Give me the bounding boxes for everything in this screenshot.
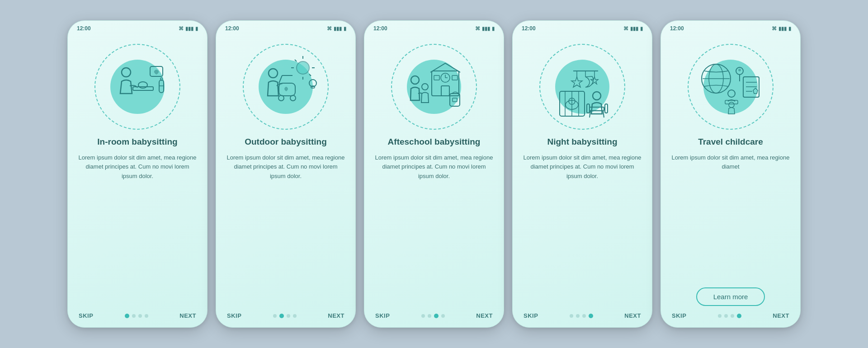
svg-marker-36 (591, 77, 598, 84)
svg-point-16 (278, 95, 284, 101)
phone-content-1: In-room babysitting Lorem ipsum dolor si… (68, 136, 207, 308)
phone-night: 12:00 ⌘ ▮▮▮ ▮ (512, 20, 652, 328)
status-bar-2: 12:00 ⌘ ▮▮▮ ▮ (216, 21, 355, 33)
illustration-afterschool (384, 37, 484, 136)
svg-point-27 (411, 76, 419, 84)
bottom-nav-3: SKIP NEXT (364, 308, 504, 327)
time-2: 12:00 (225, 25, 239, 32)
svg-rect-41 (587, 104, 590, 113)
phone-content-2: Outdoor babysitting Lorem ipsum dolor si… (216, 136, 355, 308)
svg-point-58 (728, 90, 735, 97)
bottom-nav-2: SKIP NEXT (216, 308, 355, 327)
title-3: Afteschool babysitting (388, 136, 481, 148)
phone-travel: 12:00 ⌘ ▮▮▮ ▮ (660, 20, 801, 328)
dots-5 (718, 314, 741, 318)
inroom-svg (101, 51, 174, 123)
bottom-nav-1: SKIP NEXT (68, 308, 207, 327)
svg-point-53 (738, 69, 741, 71)
next-2[interactable]: NEXT (328, 312, 344, 319)
battery-icon: ▮ (195, 26, 198, 32)
dot-2-1 (279, 314, 284, 318)
title-4: Night babysitting (547, 136, 617, 148)
dots-4 (570, 314, 593, 318)
skip-3[interactable]: SKIP (375, 312, 390, 319)
wifi-icon-3: ⌘ (475, 26, 480, 32)
dot-3-2 (434, 314, 439, 318)
svg-rect-1 (133, 87, 153, 90)
signal-icon-2: ▮▮▮ (334, 26, 342, 32)
next-1[interactable]: NEXT (179, 312, 196, 319)
dot-2-0 (273, 314, 277, 318)
bottom-nav-4: SKIP NEXT (513, 308, 652, 327)
phones-container: 12:00 ⌘ ▮▮▮ ▮ (67, 20, 801, 328)
illustration-inroom (88, 37, 187, 136)
status-icons-4: ⌘ ▮▮▮ ▮ (623, 26, 643, 32)
svg-line-13 (309, 74, 311, 76)
svg-point-28 (422, 84, 428, 90)
title-5: Travel childcare (698, 136, 763, 148)
status-icons-5: ⌘ ▮▮▮ ▮ (772, 26, 791, 32)
status-bar-3: 12:00 ⌘ ▮▮▮ ▮ (364, 21, 504, 33)
skip-5[interactable]: SKIP (672, 312, 686, 319)
status-bar-5: 12:00 ⌘ ▮▮▮ ▮ (661, 21, 800, 33)
signal-icon-5: ▮▮▮ (778, 26, 787, 32)
svg-rect-26 (441, 86, 449, 96)
illustration-night (533, 37, 632, 136)
title-2: Outdoor babysitting (245, 136, 327, 148)
svg-line-40 (603, 111, 604, 118)
status-bar-1: 12:00 ⌘ ▮▮▮ ▮ (68, 21, 207, 33)
next-5[interactable]: NEXT (773, 312, 789, 319)
dots-3 (421, 314, 445, 318)
status-icons-1: ⌘ ▮▮▮ ▮ (179, 26, 198, 32)
phone-content-4: Night babysitting Lorem ipsum dolor sit … (513, 136, 652, 308)
dot-1-1 (132, 314, 136, 318)
svg-rect-24 (434, 75, 439, 80)
body-3: Lorem ipsum dolor sit dim amet, mea regi… (374, 153, 494, 308)
next-4[interactable]: NEXT (624, 312, 641, 319)
time-4: 12:00 (522, 25, 536, 32)
phone-content-3: Afteschool babysitting Lorem ipsum dolor… (364, 136, 504, 308)
dot-5-1 (724, 314, 728, 318)
outdoor-svg (250, 51, 322, 123)
status-icons-3: ⌘ ▮▮▮ ▮ (475, 26, 495, 32)
phone-outdoor: 12:00 ⌘ ▮▮▮ ▮ (216, 20, 356, 328)
dot-4-1 (576, 314, 580, 318)
svg-rect-42 (605, 104, 608, 113)
dots-1 (125, 314, 148, 318)
skip-1[interactable]: SKIP (79, 312, 93, 319)
wifi-icon-2: ⌘ (327, 26, 332, 32)
next-3[interactable]: NEXT (476, 312, 493, 319)
dots-2 (273, 314, 297, 318)
dot-4-0 (570, 314, 573, 318)
svg-point-37 (593, 92, 601, 100)
dot-2-3 (293, 314, 297, 318)
battery-icon-2: ▮ (344, 26, 346, 32)
time-5: 12:00 (670, 25, 684, 32)
skip-4[interactable]: SKIP (524, 312, 538, 319)
svg-rect-4 (159, 80, 164, 93)
skip-2[interactable]: SKIP (227, 312, 241, 319)
afterschool-svg (398, 51, 470, 123)
dot-5-0 (718, 314, 722, 318)
body-2: Lorem ipsum dolor sit dim amet, mea regi… (226, 153, 345, 308)
learn-more-button[interactable]: Learn more (696, 287, 765, 306)
svg-point-17 (290, 95, 296, 101)
wifi-icon-5: ⌘ (772, 26, 777, 32)
signal-icon-3: ▮▮▮ (482, 26, 490, 32)
battery-icon-3: ▮ (492, 26, 495, 32)
body-4: Lorem ipsum dolor sit dim amet, mea regi… (523, 153, 642, 308)
svg-point-0 (122, 68, 131, 77)
dot-4-3 (589, 314, 593, 318)
night-svg (546, 51, 618, 123)
svg-rect-25 (452, 75, 458, 80)
wifi-icon: ⌘ (179, 26, 184, 32)
svg-line-12 (295, 60, 297, 61)
dot-3-1 (428, 314, 431, 318)
svg-marker-35 (571, 77, 582, 87)
wifi-icon-4: ⌘ (623, 26, 628, 32)
dot-1-2 (138, 314, 142, 318)
svg-point-7 (297, 61, 309, 74)
dot-4-2 (582, 314, 586, 318)
svg-point-14 (269, 69, 278, 78)
phone-afterschool: 12:00 ⌘ ▮▮▮ ▮ (364, 20, 504, 328)
